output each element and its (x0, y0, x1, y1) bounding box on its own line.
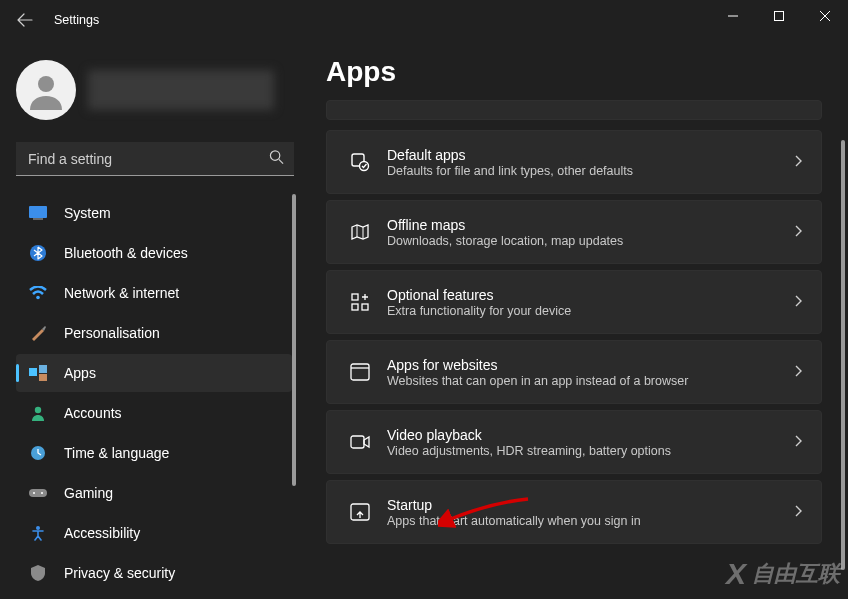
close-button[interactable] (802, 0, 848, 32)
sidebar-item-label: Time & language (64, 445, 169, 461)
svg-point-17 (33, 492, 35, 494)
sidebar-item-label: Apps (64, 365, 96, 381)
setting-card-startup[interactable]: Startup Apps that start automatically wh… (326, 480, 822, 544)
titlebar: Settings (0, 0, 848, 40)
svg-rect-1 (775, 12, 784, 21)
chevron-right-icon (795, 363, 803, 381)
svg-rect-16 (29, 489, 47, 497)
setting-card-desc: Defaults for file and link types, other … (387, 164, 795, 178)
setting-card-apps-for-websites[interactable]: Apps for websites Websites that can open… (326, 340, 822, 404)
window-icon (345, 363, 375, 381)
shield-icon (28, 563, 48, 583)
sidebar-item-system[interactable]: System (16, 194, 292, 232)
brush-icon (28, 323, 48, 343)
svg-rect-27 (351, 436, 364, 448)
window-title: Settings (54, 13, 99, 27)
video-icon (345, 434, 375, 450)
svg-point-18 (41, 492, 43, 494)
setting-card-title: Apps for websites (387, 357, 795, 373)
sidebar-item-accounts[interactable]: Accounts (16, 394, 292, 432)
profile-name-redacted (88, 70, 274, 110)
svg-point-14 (35, 407, 41, 413)
setting-card-title: Optional features (387, 287, 795, 303)
sidebar-item-label: System (64, 205, 111, 221)
svg-rect-13 (39, 374, 47, 381)
sidebar-item-label: Personalisation (64, 325, 160, 341)
setting-card-title: Default apps (387, 147, 795, 163)
setting-card-title: Offline maps (387, 217, 795, 233)
sidebar-item-bluetooth[interactable]: Bluetooth & devices (16, 234, 292, 272)
setting-card-desc: Websites that can open in an app instead… (387, 374, 795, 388)
startup-icon (345, 503, 375, 521)
display-icon (28, 203, 48, 223)
sidebar: System Bluetooth & devices Network & int… (0, 40, 300, 599)
profile-block[interactable] (16, 60, 296, 120)
svg-rect-22 (352, 294, 358, 300)
chevron-right-icon (795, 293, 803, 311)
search-icon (269, 150, 284, 169)
main-scrollbar[interactable] (841, 100, 845, 570)
sidebar-item-label: Privacy & security (64, 565, 175, 581)
sidebar-item-network[interactable]: Network & internet (16, 274, 292, 312)
sidebar-item-privacy[interactable]: Privacy & security (16, 554, 292, 592)
default-apps-icon (345, 152, 375, 172)
nav: System Bluetooth & devices Network & int… (16, 194, 296, 599)
maximize-button[interactable] (756, 0, 802, 32)
plus-grid-icon (345, 292, 375, 312)
setting-card-default-apps[interactable]: Default apps Defaults for file and link … (326, 130, 822, 194)
svg-point-5 (270, 151, 279, 160)
content-scroll: Choose where to get apps, archive apps, … (326, 100, 822, 599)
sidebar-item-label: Accounts (64, 405, 122, 421)
sidebar-item-time[interactable]: Time & language (16, 434, 292, 472)
sidebar-item-gaming[interactable]: Gaming (16, 474, 292, 512)
svg-rect-23 (352, 304, 358, 310)
sidebar-scroll-thumb[interactable] (292, 194, 296, 486)
apps-icon (28, 363, 48, 383)
svg-rect-25 (351, 364, 369, 380)
sidebar-item-label: Gaming (64, 485, 113, 501)
chevron-right-icon (795, 223, 803, 241)
setting-card-optional-features[interactable]: Optional features Extra functionality fo… (326, 270, 822, 334)
wifi-icon (28, 283, 48, 303)
svg-line-6 (279, 159, 283, 163)
svg-rect-8 (33, 218, 43, 220)
sidebar-item-personalisation[interactable]: Personalisation (16, 314, 292, 352)
main-scroll-thumb[interactable] (841, 140, 845, 570)
setting-card-video-playback[interactable]: Video playback Video adjustments, HDR st… (326, 410, 822, 474)
avatar (16, 60, 76, 120)
clock-icon (28, 443, 48, 463)
accessibility-icon (28, 523, 48, 543)
person-icon (28, 403, 48, 423)
chevron-right-icon (795, 433, 803, 451)
map-icon (345, 222, 375, 242)
main-panel: Apps Choose where to get apps, archive a… (300, 40, 848, 599)
sidebar-item-label: Network & internet (64, 285, 179, 301)
minimize-button[interactable] (710, 0, 756, 32)
svg-rect-7 (29, 206, 47, 218)
sidebar-item-label: Accessibility (64, 525, 140, 541)
gamepad-icon (28, 483, 48, 503)
sidebar-scrollbar[interactable] (292, 194, 296, 599)
window-controls (710, 0, 848, 32)
svg-point-19 (36, 526, 40, 530)
chevron-right-icon (795, 153, 803, 171)
setting-card-title: Startup (387, 497, 795, 513)
setting-card-truncated[interactable]: Choose where to get apps, archive apps, … (326, 100, 822, 120)
setting-card-desc: Apps that start automatically when you s… (387, 514, 795, 528)
back-arrow-icon (17, 12, 33, 28)
search-input[interactable] (16, 142, 294, 176)
svg-rect-24 (362, 304, 368, 310)
setting-card-offline-maps[interactable]: Offline maps Downloads, storage location… (326, 200, 822, 264)
setting-card-title: Video playback (387, 427, 795, 443)
svg-rect-12 (39, 365, 47, 373)
sidebar-item-accessibility[interactable]: Accessibility (16, 514, 292, 552)
setting-card-desc: Downloads, storage location, map updates (387, 234, 795, 248)
page-title: Apps (326, 56, 822, 88)
search-box[interactable] (16, 142, 294, 176)
setting-card-desc: Extra functionality for your device (387, 304, 795, 318)
bluetooth-icon (28, 243, 48, 263)
back-button[interactable] (10, 5, 40, 35)
sidebar-item-apps[interactable]: Apps (16, 354, 292, 392)
chevron-right-icon (795, 503, 803, 521)
setting-card-desc: Video adjustments, HDR streaming, batter… (387, 444, 795, 458)
